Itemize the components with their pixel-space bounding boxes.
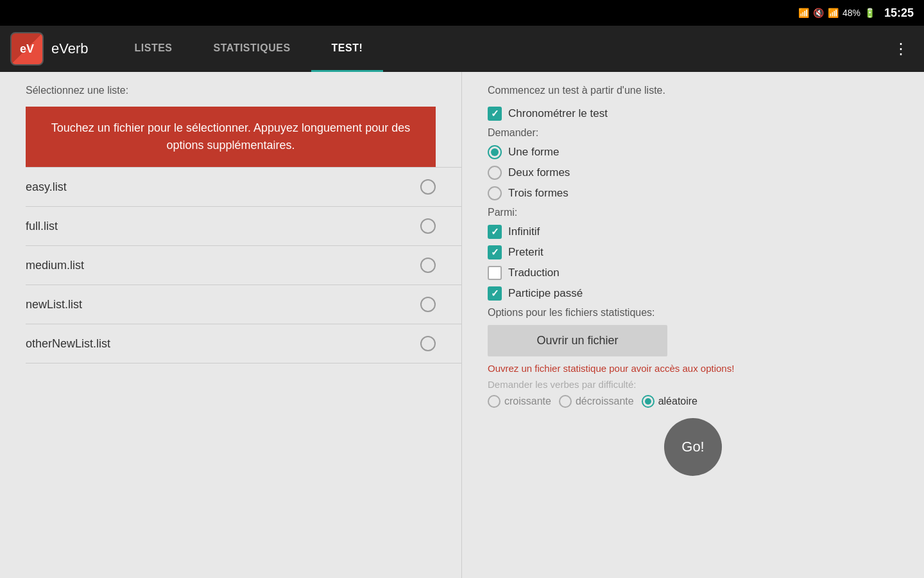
app-bar: eV eVerb LISTES STATISTIQUES TEST! ⋮ — [0, 26, 924, 72]
tab-test[interactable]: TEST! — [311, 26, 384, 72]
nav-tabs: LISTES STATISTIQUES TEST! — [114, 26, 889, 72]
radio-decroissante[interactable] — [559, 395, 572, 408]
app-title: eVerb — [51, 40, 89, 57]
cb-traduction-label: Traduction — [508, 267, 560, 279]
file-radio-newlist[interactable] — [420, 297, 436, 312]
file-name-othernewlist: otherNewList.list — [26, 337, 110, 351]
difficulty-label: Demander les verbes par difficulté: — [488, 379, 898, 390]
radio-croissante[interactable] — [488, 395, 501, 408]
cb-participe-label: Participe passé — [508, 287, 583, 300]
file-name-newlist: newList.list — [26, 298, 82, 311]
radio-deux-formes[interactable] — [488, 166, 502, 180]
chrono-label: Chronométrer le test — [508, 107, 608, 120]
parmi-preterit-row: Preterit — [488, 245, 898, 259]
mute-icon: 🔇 — [813, 8, 824, 18]
app-logo: eV — [10, 32, 44, 66]
file-radio-othernewlist[interactable] — [420, 336, 436, 351]
cb-preterit[interactable] — [488, 245, 502, 259]
difficulty-row: croissante décroissante aléatoire — [488, 395, 898, 408]
bluetooth-icon: 📶 — [798, 8, 809, 18]
parmi-infinitif-row: Infinitif — [488, 225, 898, 239]
status-time: 15:25 — [884, 6, 914, 20]
label-aleatoire: aléatoire — [658, 396, 697, 407]
parmi-traduction-row: Traduction — [488, 266, 898, 280]
tab-listes[interactable]: LISTES — [114, 26, 193, 72]
more-options-icon[interactable]: ⋮ — [888, 35, 914, 63]
cb-infinitif[interactable] — [488, 225, 502, 239]
chrono-row: Chronométrer le test — [488, 107, 898, 121]
cb-infinitif-label: Infinitif — [508, 225, 540, 238]
battery-percent: 48% — [843, 8, 860, 18]
file-item-medium[interactable]: medium.list — [26, 246, 461, 285]
demander-une-row: Une forme — [488, 145, 898, 159]
demander-deux-row: Deux formes — [488, 166, 898, 180]
status-bar: 📶 🔇 📶 48% 🔋 15:25 — [0, 0, 924, 26]
file-name-easy: easy.list — [26, 180, 67, 194]
difficulty-decroissante[interactable]: décroissante — [559, 395, 634, 408]
radio-une-forme-label: Une forme — [508, 146, 559, 159]
difficulty-croissante[interactable]: croissante — [488, 395, 551, 408]
radio-aleatoire[interactable] — [642, 395, 654, 408]
label-croissante: croissante — [504, 396, 551, 407]
radio-une-forme[interactable] — [488, 145, 502, 159]
radio-trois-formes-label: Trois formes — [508, 187, 569, 200]
cb-preterit-label: Preterit — [508, 246, 543, 259]
alert-banner: Touchez un fichier pour le sélectionner.… — [26, 107, 436, 167]
file-radio-easy[interactable] — [420, 179, 436, 195]
label-decroissante: décroissante — [576, 396, 634, 407]
file-radio-medium[interactable] — [420, 258, 436, 273]
right-panel: Commencez un test à partir d'une liste. … — [462, 72, 924, 578]
tab-statistiques[interactable]: STATISTIQUES — [193, 26, 311, 72]
parmi-participe-row: Participe passé — [488, 286, 898, 301]
file-name-medium: medium.list — [26, 259, 84, 272]
parmi-label: Parmi: — [488, 207, 898, 218]
file-list: easy.list full.list medium.list newList.… — [26, 167, 461, 363]
file-item-othernewlist[interactable]: otherNewList.list — [26, 324, 461, 363]
right-panel-desc: Commencez un test à partir d'une liste. — [488, 85, 898, 96]
file-item-easy[interactable]: easy.list — [26, 167, 461, 207]
select-label: Sélectionnez une liste: — [26, 85, 461, 96]
cb-participe[interactable] — [488, 286, 502, 301]
file-radio-full[interactable] — [420, 218, 436, 234]
radio-trois-formes[interactable] — [488, 186, 502, 200]
status-icons: 📶 🔇 📶 48% 🔋 15:25 — [798, 6, 914, 20]
demander-label: Demander: — [488, 127, 898, 139]
battery-icon: 🔋 — [864, 8, 875, 18]
difficulty-aleatoire[interactable]: aléatoire — [642, 395, 697, 408]
error-text: Ouvrez un fichier statistique pour avoir… — [488, 363, 898, 374]
stats-label: Options pour les fichiers statistiques: — [488, 307, 898, 319]
left-panel: Sélectionnez une liste: Touchez un fichi… — [0, 72, 462, 578]
cb-traduction[interactable] — [488, 266, 502, 280]
chrono-checkbox[interactable] — [488, 107, 502, 121]
radio-deux-formes-label: Deux formes — [508, 166, 570, 179]
file-item-full[interactable]: full.list — [26, 207, 461, 246]
wifi-icon: 📶 — [828, 8, 839, 18]
main-content: Sélectionnez une liste: Touchez un fichi… — [0, 72, 924, 578]
file-name-full: full.list — [26, 220, 58, 233]
demander-trois-row: Trois formes — [488, 186, 898, 200]
file-item-newlist[interactable]: newList.list — [26, 285, 461, 324]
go-button[interactable]: Go! — [664, 418, 722, 476]
open-file-button[interactable]: Ouvrir un fichier — [488, 325, 667, 356]
